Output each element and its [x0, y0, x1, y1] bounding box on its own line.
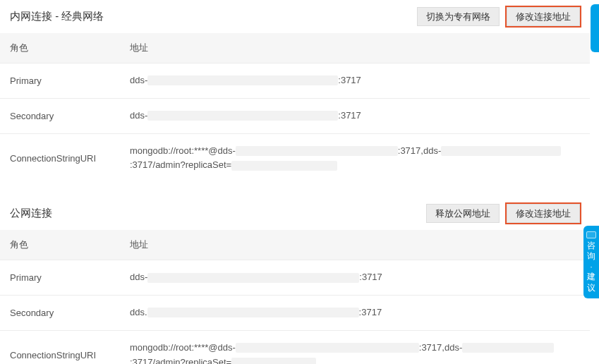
address-cell: mongodb://root:****@dds- :3717,dds- :371… [120, 330, 590, 364]
masked-segment [236, 343, 419, 353]
rail-top-tab[interactable] [591, 4, 599, 52]
role-cell: Primary [0, 260, 120, 296]
addr-suffix: :3717 [359, 270, 382, 285]
addr-prefix: dds- [130, 270, 147, 285]
col-role-header: 角色 [0, 230, 120, 260]
internal-section-header: 内网连接 - 经典网络 切换为专有网络 修改连接地址 [0, 0, 590, 33]
addr-prefix: dds. [130, 305, 147, 320]
role-cell: ConnectionStringURI [0, 330, 120, 364]
address-cell: dds- :3717 [120, 260, 590, 296]
masked-segment [231, 161, 337, 171]
masked-segment [236, 146, 398, 156]
address-cell: dds- :3717 [120, 98, 590, 133]
masked-segment [147, 111, 338, 121]
addr-prefix: dds- [130, 73, 147, 88]
uri-part: :3717/admin?replicaSet= [130, 158, 231, 173]
internal-button-row: 切换为专有网络 修改连接地址 [417, 7, 580, 26]
internal-connection-table: 角色 地址 Primary dds- :3717 Secondary [0, 33, 590, 183]
col-role-header: 角色 [0, 33, 120, 63]
masked-segment [147, 308, 359, 317]
table-row: Primary dds- :3717 [0, 260, 590, 296]
internal-section-title: 内网连接 - 经典网络 [10, 10, 104, 23]
addr-suffix: :3717 [338, 109, 361, 123]
feedback-char: 询 [587, 252, 595, 261]
uri-part: :3717/admin?replicaSet= [130, 356, 231, 364]
masked-segment [441, 146, 561, 156]
uri-part: :3717,dds- [398, 144, 441, 159]
role-cell: Primary [0, 63, 120, 99]
table-row: Secondary dds- :3717 [0, 98, 590, 133]
table-row: ConnectionStringURI mongodb://root:****@… [0, 330, 590, 364]
feedback-icon [586, 231, 596, 238]
masked-segment [231, 358, 316, 364]
masked-segment [462, 343, 554, 353]
masked-segment [147, 273, 359, 283]
feedback-tab[interactable]: 咨 询 · 建 议 [583, 226, 599, 298]
address-cell: dds. :3717 [120, 295, 590, 330]
addr-suffix: :3717 [338, 73, 361, 88]
public-button-row: 释放公网地址 修改连接地址 [426, 204, 580, 223]
table-row: Secondary dds. :3717 [0, 295, 590, 330]
modify-connection-address-button[interactable]: 修改连接地址 [507, 204, 580, 223]
uri-part: mongodb://root:****@dds- [130, 144, 236, 159]
address-cell: dds- :3717 [120, 63, 590, 99]
feedback-char: 咨 [587, 241, 595, 250]
uri-part: mongodb://root:****@dds- [130, 341, 236, 356]
role-cell: Secondary [0, 98, 120, 133]
release-public-address-button[interactable]: 释放公网地址 [426, 204, 500, 223]
masked-segment [147, 75, 338, 85]
feedback-dot: · [590, 262, 592, 271]
feedback-char: 议 [587, 284, 595, 293]
addr-prefix: dds- [130, 109, 147, 123]
addr-suffix: :3717 [359, 305, 382, 320]
role-cell: ConnectionStringURI [0, 133, 120, 183]
public-section-title: 公网连接 [10, 207, 52, 220]
public-connection-table: 角色 地址 Primary dds- :3717 Secondary [0, 230, 590, 364]
table-row: Primary dds- :3717 [0, 63, 590, 99]
role-cell: Secondary [0, 295, 120, 330]
uri-part: :3717,dds- [419, 341, 462, 356]
modify-connection-address-button[interactable]: 修改连接地址 [507, 7, 580, 26]
feedback-char: 建 [587, 272, 595, 281]
right-rail: 咨 询 · 建 议 [590, 0, 599, 364]
switch-to-vpc-button[interactable]: 切换为专有网络 [417, 7, 500, 26]
public-section-header: 公网连接 释放公网地址 修改连接地址 [0, 197, 590, 230]
address-cell: mongodb://root:****@dds- :3717,dds- :371… [120, 133, 590, 183]
col-address-header: 地址 [120, 33, 590, 63]
table-row: ConnectionStringURI mongodb://root:****@… [0, 133, 590, 183]
col-address-header: 地址 [120, 230, 590, 260]
